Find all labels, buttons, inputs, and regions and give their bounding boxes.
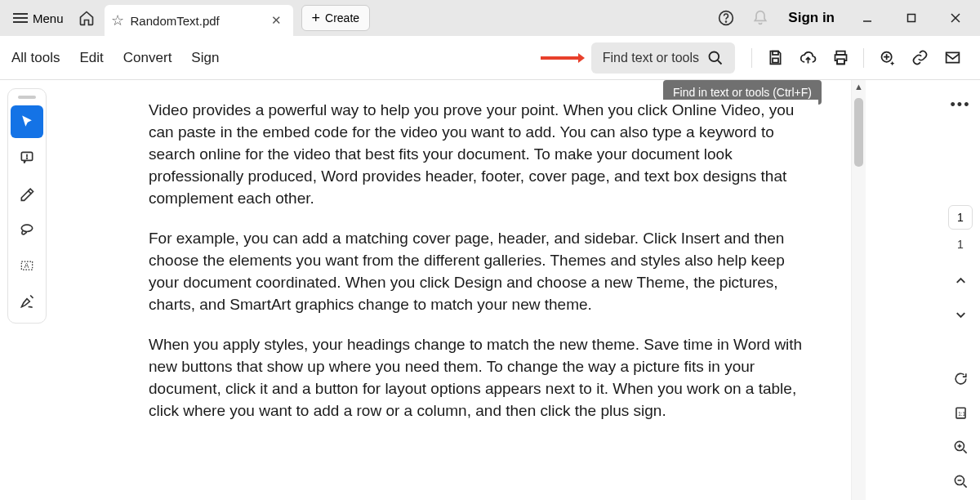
close-tab-button[interactable]: ✕ xyxy=(268,13,285,28)
svg-line-29 xyxy=(963,484,966,487)
cloud-upload-button[interactable] xyxy=(791,42,824,74)
svg-rect-13 xyxy=(837,59,844,64)
comment-tool[interactable] xyxy=(11,141,43,174)
window-maximize[interactable] xyxy=(892,2,931,34)
bell-icon xyxy=(752,10,768,26)
notifications-button[interactable] xyxy=(746,3,775,33)
menu-sign[interactable]: Sign xyxy=(191,50,219,66)
find-button[interactable]: Find text or tools xyxy=(591,42,735,74)
toolbar-right: Find text or tools Find in text or tools… xyxy=(539,42,969,74)
text-box-tool[interactable]: A xyxy=(11,249,43,282)
main-toolbar: All tools Edit Convert Sign Find text or… xyxy=(0,36,980,80)
rotate-icon xyxy=(953,371,969,386)
right-rail: ••• 1 1 1:1 xyxy=(941,80,980,500)
print-icon xyxy=(832,49,849,66)
app-menu-label: Menu xyxy=(33,11,64,25)
svg-marker-7 xyxy=(578,53,585,63)
minimize-icon xyxy=(862,12,873,24)
find-label: Find text or tools xyxy=(603,51,699,65)
svg-line-25 xyxy=(963,449,966,453)
left-tool-panel: A xyxy=(7,88,47,324)
link-icon xyxy=(911,49,929,66)
zoom-out-icon xyxy=(953,474,969,489)
page-down-button[interactable] xyxy=(946,298,975,331)
app-menu-button[interactable]: Menu xyxy=(5,6,72,30)
star-icon[interactable]: ☆ xyxy=(111,11,124,29)
create-button[interactable]: + Create xyxy=(301,5,371,31)
select-tool[interactable] xyxy=(11,105,43,138)
pen-icon xyxy=(19,293,35,310)
envelope-icon xyxy=(944,49,961,66)
svg-point-8 xyxy=(710,51,719,61)
svg-rect-10 xyxy=(773,51,778,55)
menu-all-tools[interactable]: All tools xyxy=(11,50,60,66)
svg-point-1 xyxy=(726,21,727,22)
email-button[interactable] xyxy=(936,42,969,74)
paragraph: When you apply styles, your headings cha… xyxy=(149,334,818,422)
scroll-up-icon[interactable]: ▲ xyxy=(854,82,863,92)
document-viewport: Video provides a powerful way to help yo… xyxy=(51,80,941,500)
cursor-icon xyxy=(19,114,35,130)
svg-point-18 xyxy=(27,158,28,158)
fit-page-button[interactable]: 1:1 xyxy=(946,396,975,429)
vertical-scrollbar[interactable]: ▲ xyxy=(851,80,866,500)
paragraph: Video provides a powerful way to help yo… xyxy=(149,100,818,210)
search-icon xyxy=(707,50,724,66)
home-button[interactable] xyxy=(72,3,101,33)
menu-edit[interactable]: Edit xyxy=(80,50,104,66)
chevron-up-icon xyxy=(953,273,969,288)
panel-grip[interactable] xyxy=(18,96,36,99)
titlebar: Menu ☆ RandomText.pdf ✕ + Create Sign in xyxy=(0,0,980,36)
draw-tool[interactable] xyxy=(11,213,43,246)
toolbar-menu: All tools Edit Convert Sign xyxy=(11,50,219,66)
hamburger-icon xyxy=(13,11,28,25)
highlighter-icon xyxy=(19,185,35,202)
titlebar-right: Sign in xyxy=(711,2,975,34)
svg-text:1:1: 1:1 xyxy=(958,410,965,416)
lasso-icon xyxy=(19,221,35,238)
window-close[interactable] xyxy=(936,2,975,34)
print-button[interactable] xyxy=(824,42,857,74)
scrollbar-thumb[interactable] xyxy=(854,98,863,167)
svg-point-19 xyxy=(21,225,32,231)
page-up-button[interactable] xyxy=(946,264,975,297)
fit-page-icon: 1:1 xyxy=(953,405,969,421)
maximize-icon xyxy=(906,12,917,24)
help-button[interactable] xyxy=(711,3,741,33)
more-options[interactable]: ••• xyxy=(951,92,971,128)
svg-rect-11 xyxy=(773,58,778,62)
callout-arrow-icon xyxy=(539,53,585,63)
highlight-tool[interactable] xyxy=(11,177,43,210)
left-tool-rail: A xyxy=(0,80,51,500)
zoom-in-button[interactable] xyxy=(946,431,975,463)
main-content: A Video provides a powerful way to help … xyxy=(0,80,980,500)
cloud-upload-icon xyxy=(800,49,817,66)
menu-convert[interactable]: Convert xyxy=(123,50,172,66)
chevron-down-icon xyxy=(953,307,969,323)
rotate-button[interactable] xyxy=(946,362,975,395)
sign-in-button[interactable]: Sign in xyxy=(780,10,843,26)
paragraph: For example, you can add a matching cove… xyxy=(149,228,818,316)
comment-icon xyxy=(19,150,35,166)
svg-rect-3 xyxy=(908,15,915,22)
plus-icon: + xyxy=(312,10,321,27)
sparkle-icon xyxy=(879,49,896,66)
create-label: Create xyxy=(325,11,359,25)
home-icon xyxy=(78,10,95,26)
close-icon xyxy=(950,12,961,24)
svg-line-9 xyxy=(718,60,722,64)
current-page-input[interactable]: 1 xyxy=(948,205,973,230)
ai-assist-button[interactable] xyxy=(871,42,903,74)
textbox-icon: A xyxy=(19,257,35,274)
zoom-in-icon xyxy=(953,440,969,455)
window-minimize[interactable] xyxy=(848,2,887,34)
total-pages: 1 xyxy=(957,238,964,251)
zoom-out-button[interactable] xyxy=(946,465,975,498)
document-page: Video provides a powerful way to help yo… xyxy=(149,100,818,500)
link-button[interactable] xyxy=(903,42,936,74)
save-button[interactable] xyxy=(759,42,791,74)
document-tab[interactable]: ☆ RandomText.pdf ✕ xyxy=(105,5,293,36)
save-icon xyxy=(767,49,784,66)
sign-tool[interactable] xyxy=(11,285,43,318)
svg-text:A: A xyxy=(24,261,29,270)
